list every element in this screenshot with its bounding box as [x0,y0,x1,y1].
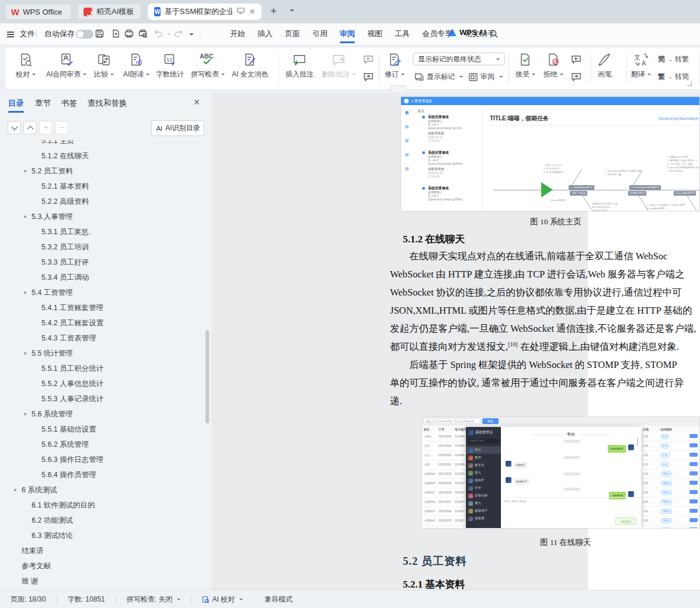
group-expand-icon[interactable] [687,81,692,86]
ink-brush-button[interactable]: 画笔 [597,52,612,79]
ruler-toggle[interactable] [390,85,406,92]
page-indicator[interactable]: 页面: 18/30 [11,595,46,604]
print-preview-icon[interactable] [138,29,149,39]
spell-check-button[interactable]: ABC 拼写检查 [191,52,225,79]
track-changes-button[interactable]: 修订 [385,52,405,79]
toc-item[interactable]: ▼ 5.2.1 基本资料 [0,179,204,194]
toc-zoom-in-button[interactable]: + [39,121,53,134]
toc-item[interactable]: ▼ 5.2 员工资料 [0,164,204,179]
prev-comment-icon[interactable] [363,54,374,67]
menu-tab[interactable]: 插入 [256,23,274,44]
word-count-indicator[interactable]: 字数: 10851 [68,595,105,604]
history-caret-icon[interactable] [189,33,194,36]
next-comment-icon[interactable] [363,72,374,85]
screen-share-icon[interactable] [237,8,245,16]
word-count-button[interactable]: 12 字数统计 [156,52,184,79]
toc-item[interactable]: ▼ 5.5.2 人事信息统计 [0,376,204,391]
toc-item[interactable]: ▼ 5.5.1 基础信设置 [0,422,204,437]
toc-item[interactable]: ▼ 5.6.3 操作日志管理 [0,452,204,467]
toc-item[interactable]: ▼ 6.1 软件测试的目的 [0,498,204,513]
tab-contents[interactable]: 目录 [8,98,24,109]
print-icon[interactable] [124,29,135,39]
redo-icon[interactable] [174,29,186,39]
traditional-to-simplified-button[interactable]: 繁→ 转简 [658,72,689,82]
toc-item[interactable]: ▼ 5.3.2 员工培训 [0,239,204,255]
prev-change-icon[interactable] [570,54,582,67]
save-icon[interactable] [95,29,106,39]
toc-item[interactable]: ▼ 5.5.3 人事记录统计 [0,391,204,407]
spellcheck-status[interactable]: 拼写检查: 关闭 [127,595,181,604]
tab-wps-office[interactable]: W WPS Office [5,4,72,20]
toc-collapse-up-button[interactable] [23,121,37,134]
close-tab-icon[interactable]: ✕ [249,8,255,16]
collapse-triangle-icon[interactable]: ▼ [23,290,32,296]
tab-bookmarks[interactable]: 书签 [61,98,77,109]
toc-item[interactable]: ▼ 5.4 工资管理 [0,285,204,300]
proofread-button[interactable]: 校对 [16,52,36,79]
new-tab-button[interactable]: + [270,5,277,18]
menu-tab[interactable]: 开始 [229,23,246,44]
collapse-triangle-icon[interactable]: ▼ [23,412,32,417]
wps-ai-menu[interactable]: WPS AI [448,28,486,37]
toc-item[interactable]: ▼ 5.4.2 员工账套设置 [0,315,204,331]
ai-detect-toc-button[interactable]: AI识别目录 [151,120,204,136]
ai-read-aloud-button[interactable]: AI朗读 [123,52,149,79]
simplified-to-traditional-button[interactable]: 简→ 转繁 [658,54,689,64]
reject-button[interactable]: 拒绝 [544,52,563,79]
tab-find-replace[interactable]: 查找和替换 [88,98,127,109]
ai-polish-button[interactable]: AI 全文润色 [232,52,269,79]
menu-tab[interactable]: 引用 [311,23,329,44]
collapse-triangle-icon[interactable]: ▼ [23,351,32,356]
toc-item[interactable]: ▼ 5.6.4 操作员管理 [0,467,204,482]
review-pane-button[interactable]: 审阅 [468,72,503,82]
search-icon[interactable] [489,29,501,40]
tab-docer-templates[interactable]: 稻壳AI模板 [77,4,141,20]
translate-button[interactable]: 文A 翻译 [631,52,651,79]
toc-item[interactable]: ▼ 结束语 [0,543,204,558]
toc-item[interactable]: ▼ 5.6.2 系统管理 [0,437,204,452]
toc-item[interactable]: ▼ 5.4.1 工资账套管理 [0,300,204,315]
menu-tab[interactable]: 审阅 [339,23,356,44]
toc-item[interactable]: ▼ 5.1.2 在线聊天 [0,148,204,164]
toc-item[interactable]: ▼ 5.5 统计管理 [0,346,204,361]
compare-button[interactable]: 比较 [94,52,114,79]
toc-item[interactable]: ▼ 5.1.1 主页 [0,140,204,148]
tab-chapters[interactable]: 章节 [35,98,51,109]
toc-item[interactable]: ▼ 5.3.人事管理 [0,209,204,224]
undo-icon[interactable] [153,29,165,39]
tab-document[interactable]: W 基于SSM框架的企业人事薪酬 ✕ [148,4,262,20]
file-menu[interactable]: 文件 [7,29,35,39]
compat-mode-indicator[interactable]: 兼容模式 [264,595,292,604]
toc-item[interactable]: ▼ 5.6 系统管理 [0,407,204,422]
show-markup-button[interactable]: 显示标记 [414,72,463,82]
toc-item[interactable]: ▼ 5.3.1 员工奖惩. [0,224,204,239]
toc-item[interactable]: ▼ 5.3.3 员工好评 [0,255,204,270]
ai-proof-status[interactable]: AI 校对 [202,595,243,604]
accept-button[interactable]: 接受 [516,52,535,79]
close-pane-icon[interactable]: ✕ [193,98,200,107]
toc-item[interactable]: ▼ 参考文献 [0,558,204,574]
toc-item[interactable]: ▼ 5.3.4 员工调动 [0,270,204,285]
toc-expand-down-button[interactable] [8,121,21,134]
menu-tab[interactable]: 视图 [366,23,384,44]
sidebar-scrollbar[interactable] [206,330,209,423]
collapse-triangle-icon[interactable]: ▼ [23,214,32,220]
toc-item[interactable]: ▼ 6.2 功能测试 [0,513,204,528]
ai-contract-review-button[interactable]: AI合同审查 [46,52,86,79]
delete-comment-button[interactable]: 删除批注 [322,52,356,79]
toc-item[interactable]: ▼ 6 系统测试 [0,482,204,498]
toc-item[interactable]: ▼ 致 谢 [0,574,204,589]
insert-comment-button[interactable]: 插入批注 [285,52,314,79]
collapse-triangle-icon[interactable]: ▼ [13,488,22,493]
next-change-icon[interactable] [570,72,582,85]
autosave-toggle[interactable] [76,30,93,39]
toc-item[interactable]: ▼ 5.2.2 高级资料 [0,194,204,209]
toc-item[interactable]: ▼ 5.4.3 工资表管理 [0,331,204,346]
undo-caret-icon[interactable] [167,33,170,35]
menu-tab[interactable]: 工具 [393,23,411,44]
tab-list-caret-icon[interactable] [290,9,294,12]
toc-zoom-out-button[interactable]: − [55,121,68,134]
collapse-triangle-icon[interactable]: ▼ [23,169,32,174]
menu-tab[interactable]: 页面 [284,23,301,44]
export-pdf-icon[interactable] [111,29,123,39]
